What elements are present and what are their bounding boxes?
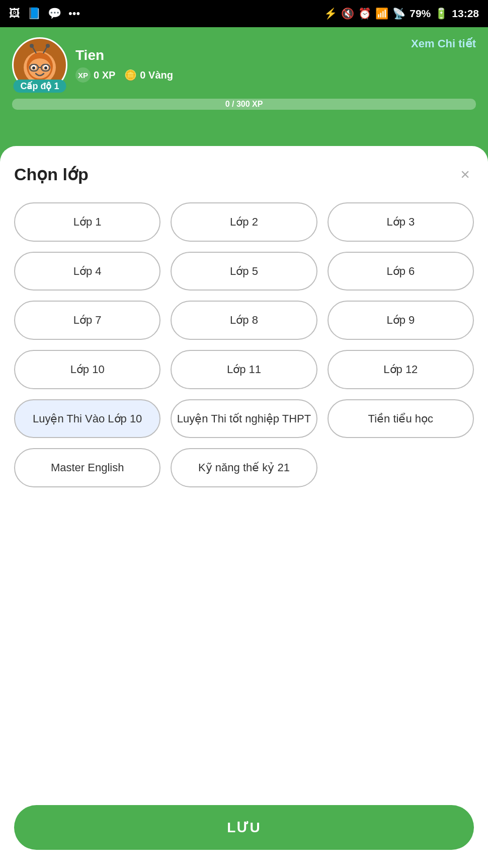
- grade-lop1-button[interactable]: Lớp 1: [14, 202, 160, 242]
- profile-info: Tien XP 0 XP 🪙 0 Vàng: [75, 47, 173, 83]
- photo-icon: 🖼: [9, 7, 20, 20]
- grade-lop12-button[interactable]: Lớp 12: [328, 350, 474, 389]
- grade-lop3-button[interactable]: Lớp 3: [328, 202, 474, 242]
- grade-luyen-thi-tot-nghiep-button[interactable]: Luyện Thi tốt nghiệp THPT: [171, 399, 317, 439]
- modal-header: Chọn lớp ×: [14, 164, 474, 184]
- mute-icon: 🔇: [341, 8, 354, 20]
- grade-tien-tieu-hoc-button[interactable]: Tiền tiểu học: [328, 399, 474, 439]
- grade-lop4-button[interactable]: Lớp 4: [14, 252, 160, 291]
- grade-lop8-button[interactable]: Lớp 8: [171, 301, 317, 340]
- profile-left: Cấp độ 1 Tien XP 0 XP 🪙 0 Vàng: [12, 37, 173, 93]
- grade-ky-nang-the-ky-21-button[interactable]: Kỹ năng thế kỷ 21: [171, 448, 317, 487]
- facebook-icon: 📘: [27, 7, 41, 20]
- gold-icon: 🪙: [124, 69, 137, 81]
- grade-grid: Lớp 1 Lớp 2 Lớp 3 Lớp 4 Lớp 5 Lớp 6 Lớp …: [14, 202, 474, 487]
- grade-lop10-button[interactable]: Lớp 10: [14, 350, 160, 389]
- xp-bar-label: 0 / 300 XP: [225, 100, 263, 109]
- gold-value: 0 Vàng: [140, 69, 173, 81]
- xp-progress-bar: 0 / 300 XP: [12, 99, 476, 110]
- xp-stat: XP 0 XP: [75, 67, 115, 83]
- status-bar-right: ⚡ 🔇 ⏰ 📶 📡 79% 🔋 13:28: [324, 8, 479, 20]
- signal-icon: 📡: [392, 8, 405, 20]
- more-icon: •••: [68, 7, 80, 20]
- time-label: 13:28: [452, 8, 479, 20]
- level-badge: Cấp độ 1: [13, 80, 66, 93]
- grade-lop2-button[interactable]: Lớp 2: [171, 202, 317, 242]
- profile-header: Cấp độ 1 Tien XP 0 XP 🪙 0 Vàng Xem Chi t…: [0, 27, 488, 118]
- save-button[interactable]: LƯU: [14, 805, 474, 850]
- wifi-icon: 📶: [375, 8, 388, 20]
- grade-master-english-button[interactable]: Master English: [14, 448, 160, 487]
- avatar-wrap: Cấp độ 1: [12, 37, 67, 93]
- svg-point-8: [32, 66, 35, 69]
- svg-point-9: [44, 66, 47, 69]
- profile-name: Tien: [75, 47, 173, 63]
- messenger-icon: 💬: [48, 7, 61, 20]
- save-button-wrap: LƯU: [0, 795, 488, 868]
- grade-selection-modal: Chọn lớp × Lớp 1 Lớp 2 Lớp 3 Lớp 4 Lớp 5…: [0, 146, 488, 868]
- alarm-icon: ⏰: [358, 8, 371, 20]
- grade-lop9-button[interactable]: Lớp 9: [328, 301, 474, 340]
- grade-lop7-button[interactable]: Lớp 7: [14, 301, 160, 340]
- bluetooth-icon: ⚡: [324, 8, 337, 20]
- svg-point-11: [30, 44, 34, 48]
- status-bar: 🖼 📘 💬 ••• ⚡ 🔇 ⏰ 📶 📡 79% 🔋 13:28: [0, 0, 488, 27]
- grade-lop6-button[interactable]: Lớp 6: [328, 252, 474, 291]
- battery-icon: 🔋: [435, 8, 448, 20]
- grade-luyen-thi-vao-lop10-button[interactable]: Luyện Thi Vào Lớp 10: [14, 399, 160, 439]
- close-button[interactable]: ×: [456, 164, 474, 184]
- battery-label: 79%: [410, 8, 431, 20]
- xp-icon: XP: [75, 67, 91, 83]
- view-detail-link[interactable]: Xem Chi tiết: [411, 37, 476, 50]
- grade-lop5-button[interactable]: Lớp 5: [171, 252, 317, 291]
- modal-title: Chọn lớp: [14, 164, 89, 184]
- xp-value: 0 XP: [94, 69, 115, 81]
- profile-stats: XP 0 XP 🪙 0 Vàng: [75, 67, 173, 83]
- gold-stat: 🪙 0 Vàng: [124, 69, 173, 81]
- svg-point-13: [46, 44, 50, 48]
- grade-lop11-button[interactable]: Lớp 11: [171, 350, 317, 389]
- status-bar-left: 🖼 📘 💬 •••: [9, 7, 80, 20]
